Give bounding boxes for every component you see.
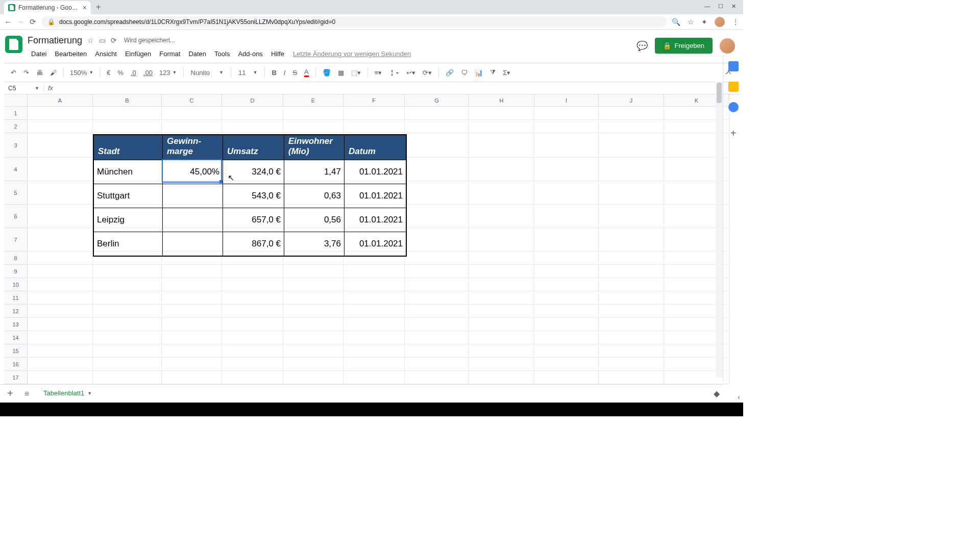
- bookmark-icon[interactable]: ☆: [688, 18, 694, 26]
- horizontal-align-icon[interactable]: ≡▾: [372, 67, 385, 79]
- table-cell[interactable]: 0,56: [284, 208, 345, 232]
- cell[interactable]: [283, 371, 344, 384]
- column-header[interactable]: I: [534, 94, 599, 107]
- cell[interactable]: [469, 318, 534, 331]
- cell[interactable]: [534, 358, 599, 371]
- cell[interactable]: [405, 291, 469, 305]
- cell[interactable]: [93, 358, 162, 371]
- cell[interactable]: [162, 331, 222, 344]
- font-select[interactable]: Nunito▼: [188, 69, 227, 77]
- cell[interactable]: [93, 265, 162, 278]
- cell[interactable]: [344, 120, 405, 133]
- cell[interactable]: [599, 252, 664, 265]
- cell[interactable]: [405, 344, 469, 358]
- cell[interactable]: [93, 278, 162, 291]
- row-header[interactable]: 7: [4, 228, 28, 252]
- paint-format-icon[interactable]: 🖌: [47, 67, 59, 79]
- functions-icon[interactable]: Σ▾: [500, 67, 513, 79]
- back-icon[interactable]: ←: [4, 17, 12, 26]
- cell[interactable]: [344, 318, 405, 331]
- row-header[interactable]: 11: [4, 291, 28, 305]
- row-header[interactable]: 12: [4, 305, 28, 318]
- name-box[interactable]: C5 ▼: [4, 85, 44, 92]
- select-all-corner[interactable]: [4, 94, 28, 107]
- cell[interactable]: [28, 344, 93, 358]
- table-header-marge[interactable]: Gewinn-marge: [163, 135, 223, 160]
- row-header[interactable]: 1: [4, 107, 28, 120]
- cell[interactable]: [405, 158, 469, 181]
- cell[interactable]: [405, 205, 469, 228]
- cell[interactable]: [28, 265, 93, 278]
- new-tab-button[interactable]: +: [91, 3, 106, 12]
- cell[interactable]: [28, 278, 93, 291]
- cell[interactable]: [534, 205, 599, 228]
- print-icon[interactable]: 🖶: [34, 67, 45, 79]
- merge-cells-icon[interactable]: ⬚▾: [349, 67, 363, 79]
- cell[interactable]: [599, 305, 664, 318]
- cell[interactable]: [28, 133, 93, 158]
- star-icon[interactable]: ☆: [87, 36, 94, 44]
- cell[interactable]: [28, 158, 93, 181]
- redo-icon[interactable]: ↷: [21, 67, 32, 79]
- tab-close-icon[interactable]: ×: [83, 4, 87, 12]
- table-header-stadt[interactable]: Stadt: [94, 135, 163, 160]
- cell[interactable]: [469, 252, 534, 265]
- cell[interactable]: [93, 331, 162, 344]
- sheets-logo-icon[interactable]: [5, 36, 22, 53]
- cell[interactable]: [405, 120, 469, 133]
- format-percent-icon[interactable]: %: [115, 67, 126, 79]
- cell[interactable]: [162, 120, 222, 133]
- cell[interactable]: [162, 371, 222, 384]
- cell[interactable]: [599, 205, 664, 228]
- cell[interactable]: [344, 371, 405, 384]
- cell[interactable]: [534, 120, 599, 133]
- cell[interactable]: [93, 318, 162, 331]
- cell[interactable]: [469, 158, 534, 181]
- text-wrap-icon[interactable]: ↩▾: [404, 67, 418, 79]
- browser-tab[interactable]: Formatierung - Google Tabellen ×: [4, 1, 91, 14]
- row-header[interactable]: 6: [4, 205, 28, 228]
- document-title[interactable]: Formatierung: [28, 35, 82, 46]
- cell[interactable]: [405, 228, 469, 252]
- table-cell[interactable]: Leipzig: [94, 208, 163, 232]
- column-header[interactable]: A: [28, 94, 93, 107]
- cell[interactable]: [469, 120, 534, 133]
- extensions-icon[interactable]: ✦: [701, 18, 707, 26]
- table-cell[interactable]: [163, 184, 223, 208]
- row-header[interactable]: 17: [4, 371, 28, 384]
- profile-avatar-icon[interactable]: [715, 17, 725, 27]
- column-header[interactable]: G: [405, 94, 469, 107]
- cell[interactable]: [469, 305, 534, 318]
- row-header[interactable]: 14: [4, 331, 28, 344]
- cell[interactable]: [222, 318, 283, 331]
- format-currency-icon[interactable]: €: [104, 67, 113, 79]
- cell[interactable]: [469, 205, 534, 228]
- cell[interactable]: [405, 181, 469, 205]
- cell[interactable]: [469, 291, 534, 305]
- cell[interactable]: [162, 291, 222, 305]
- calendar-icon[interactable]: [728, 61, 739, 71]
- filter-icon[interactable]: ⧩: [487, 66, 498, 79]
- cell[interactable]: [283, 265, 344, 278]
- cell[interactable]: [93, 305, 162, 318]
- zoom-indicator-icon[interactable]: 🔍: [672, 18, 680, 26]
- cell[interactable]: [599, 107, 664, 120]
- strikethrough-icon[interactable]: S: [290, 67, 300, 79]
- table-cell[interactable]: 543,0 €: [223, 184, 284, 208]
- insert-link-icon[interactable]: 🔗: [443, 67, 456, 79]
- text-color-icon[interactable]: A: [302, 66, 311, 79]
- table-cell[interactable]: Berlin: [94, 232, 163, 256]
- cell[interactable]: [405, 133, 469, 158]
- formula-input[interactable]: [57, 84, 739, 92]
- cell[interactable]: [162, 305, 222, 318]
- column-header[interactable]: B: [93, 94, 162, 107]
- menu-file[interactable]: Datei: [28, 48, 50, 60]
- cell[interactable]: [405, 371, 469, 384]
- table-header-umsatz[interactable]: Umsatz: [223, 135, 284, 160]
- table-cell[interactable]: 0,63: [284, 184, 345, 208]
- cell[interactable]: [222, 265, 283, 278]
- share-button[interactable]: 🔒 Freigeben: [655, 38, 713, 54]
- add-addon-icon[interactable]: +: [730, 128, 737, 139]
- zoom-select[interactable]: 150%▼: [68, 69, 95, 77]
- cell[interactable]: [283, 107, 344, 120]
